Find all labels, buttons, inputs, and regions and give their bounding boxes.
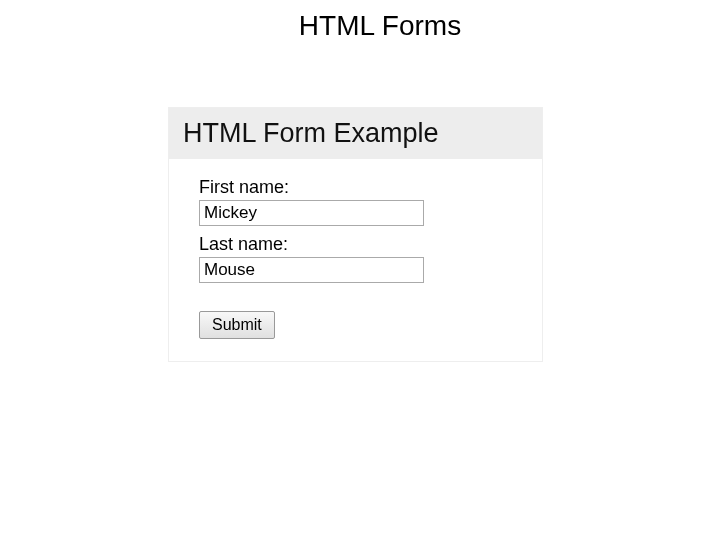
submit-button[interactable]: Submit: [199, 311, 275, 339]
first-name-input[interactable]: [199, 200, 424, 226]
form-heading: HTML Form Example: [169, 108, 542, 159]
first-name-label: First name:: [199, 177, 512, 198]
form-body: First name: Last name: Submit: [169, 159, 542, 361]
page-title: HTML Forms: [0, 0, 720, 42]
form-example-container: HTML Form Example First name: Last name:…: [168, 107, 543, 362]
last-name-label: Last name:: [199, 234, 512, 255]
last-name-input[interactable]: [199, 257, 424, 283]
